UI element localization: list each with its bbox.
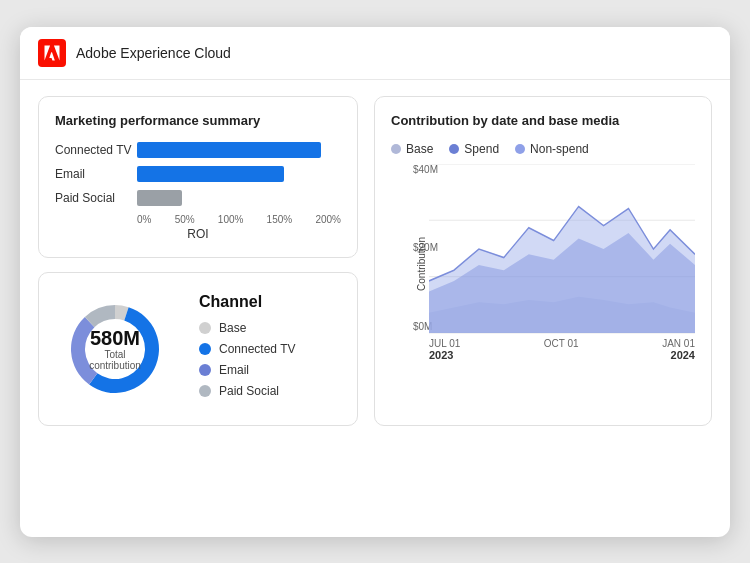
x-tick-label: JAN 01	[662, 338, 695, 349]
legend-item: Base	[199, 321, 341, 335]
chart-legend-label: Spend	[464, 142, 499, 156]
roi-bar-container	[137, 142, 341, 158]
legend-label: Connected TV	[219, 342, 296, 356]
legend-dot	[199, 364, 211, 376]
chart-area	[429, 164, 695, 334]
donut-label: 580M Total contribution	[85, 327, 145, 371]
right-panel: Contribution by date and base media Base…	[374, 96, 712, 426]
legend-dot	[199, 385, 211, 397]
chart-legend-item: Spend	[449, 142, 499, 156]
adobe-icon	[43, 44, 61, 62]
roi-bar-row: Email	[55, 166, 341, 182]
left-panel: Marketing performance summary Connected …	[38, 96, 358, 426]
contribution-card: Contribution by date and base media Base…	[374, 96, 712, 426]
legend-label: Paid Social	[219, 384, 279, 398]
roi-bar-row: Connected TV	[55, 142, 341, 158]
chart-legend-label: Non-spend	[530, 142, 589, 156]
contribution-card-title: Contribution by date and base media	[391, 113, 695, 128]
legend-item: Email	[199, 363, 341, 377]
legend-label: Base	[219, 321, 246, 335]
donut-card: 580M Total contribution Channel BaseConn…	[38, 272, 358, 426]
x-ticks: JUL 01OCT 01JAN 01	[429, 334, 695, 349]
x-axis-area: JUL 01OCT 01JAN 01 2023 2024	[429, 334, 695, 364]
roi-bar	[137, 142, 321, 158]
y-axis-title: Contribution	[416, 237, 427, 291]
x-years: 2023 2024	[429, 349, 695, 361]
legend-dot	[199, 343, 211, 355]
chart-legend-dot	[515, 144, 525, 154]
roi-axis-label: 50%	[175, 214, 195, 225]
year-2023: 2023	[429, 349, 453, 361]
chart-legend-item: Non-spend	[515, 142, 589, 156]
roi-axis-label: 0%	[137, 214, 151, 225]
x-tick-label: JUL 01	[429, 338, 460, 349]
roi-bar	[137, 190, 182, 206]
roi-axis-label: 100%	[218, 214, 244, 225]
roi-bar-row: Paid Social	[55, 190, 341, 206]
titlebar: Adobe Experience Cloud	[20, 27, 730, 80]
year-2024: 2024	[671, 349, 695, 361]
roi-axis-labels: 0%50%100%150%200%	[137, 214, 341, 225]
roi-bar	[137, 166, 284, 182]
adobe-logo	[38, 39, 66, 67]
roi-bar-container	[137, 190, 341, 206]
roi-x-title: ROI	[55, 227, 341, 241]
roi-card: Marketing performance summary Connected …	[38, 96, 358, 258]
area-chart-svg	[429, 164, 695, 334]
roi-axis-label: 150%	[267, 214, 293, 225]
donut-value: 580M	[85, 327, 145, 349]
area-chart-wrap: $40M$20M$0M Contribution	[391, 164, 695, 364]
roi-bar-container	[137, 166, 341, 182]
roi-axis-label: 200%	[315, 214, 341, 225]
roi-bar-label: Paid Social	[55, 191, 137, 205]
channel-title: Channel	[199, 293, 341, 311]
roi-card-title: Marketing performance summary	[55, 113, 341, 128]
legend-item: Paid Social	[199, 384, 341, 398]
chart-legend-item: Base	[391, 142, 433, 156]
app-title: Adobe Experience Cloud	[76, 45, 231, 61]
roi-chart: Connected TV Email Paid Social 0%50%100%…	[55, 142, 341, 241]
donut-section: 580M Total contribution Channel BaseConn…	[55, 289, 341, 409]
svg-marker-6	[429, 206, 695, 332]
donut-wrap: 580M Total contribution	[55, 289, 175, 409]
chart-legend-dot	[449, 144, 459, 154]
chart-legend-label: Base	[406, 142, 433, 156]
donut-sub: Total contribution	[85, 349, 145, 371]
legend-label: Email	[219, 363, 249, 377]
roi-bar-label: Email	[55, 167, 137, 181]
chart-legend: BaseSpendNon-spend	[391, 142, 695, 156]
content-area: Marketing performance summary Connected …	[20, 80, 730, 442]
roi-axis: 0%50%100%150%200%	[55, 214, 341, 225]
channel-legend: Channel BaseConnected TVEmailPaid Social	[199, 293, 341, 405]
legend-item: Connected TV	[199, 342, 341, 356]
chart-legend-dot	[391, 144, 401, 154]
legend-dot	[199, 322, 211, 334]
roi-bar-label: Connected TV	[55, 143, 137, 157]
x-tick-label: OCT 01	[544, 338, 579, 349]
app-window: Adobe Experience Cloud Marketing perform…	[20, 27, 730, 537]
